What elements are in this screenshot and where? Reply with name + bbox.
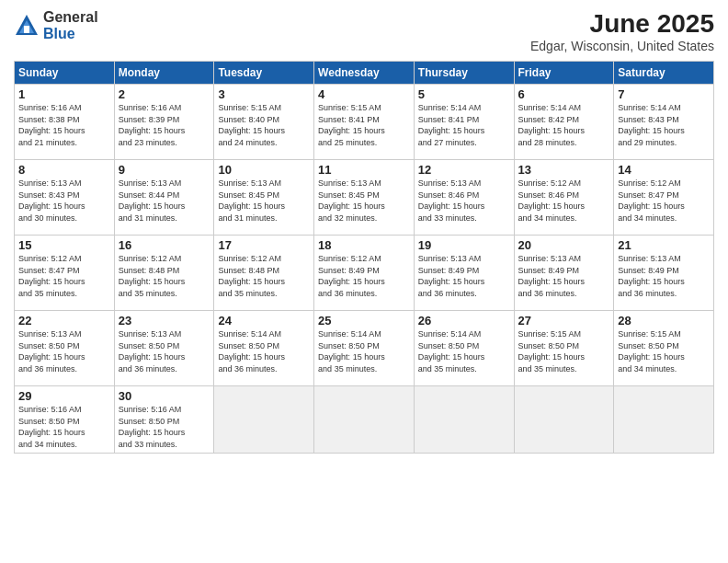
day-number: 29 [18, 389, 110, 403]
day-info: Sunrise: 5:12 AM Sunset: 8:48 PM Dayligh… [218, 253, 310, 299]
day-info: Sunrise: 5:13 AM Sunset: 8:50 PM Dayligh… [119, 328, 210, 374]
day-cell: 29Sunrise: 5:16 AM Sunset: 8:50 PM Dayli… [15, 386, 115, 454]
day-cell: 1Sunrise: 5:16 AM Sunset: 8:38 PM Daylig… [15, 85, 115, 160]
header-cell-friday: Friday [514, 62, 614, 85]
day-number: 9 [119, 163, 210, 177]
day-cell [214, 386, 314, 454]
day-info: Sunrise: 5:14 AM Sunset: 8:50 PM Dayligh… [318, 328, 410, 374]
day-cell: 26Sunrise: 5:14 AM Sunset: 8:50 PM Dayli… [414, 311, 514, 386]
day-info: Sunrise: 5:13 AM Sunset: 8:45 PM Dayligh… [218, 178, 310, 224]
week-row-2: 8Sunrise: 5:13 AM Sunset: 8:43 PM Daylig… [15, 160, 714, 236]
day-info: Sunrise: 5:16 AM Sunset: 8:50 PM Dayligh… [18, 404, 110, 450]
day-number: 1 [18, 87, 110, 101]
day-number: 3 [218, 87, 310, 101]
day-cell: 28Sunrise: 5:15 AM Sunset: 8:50 PM Dayli… [614, 311, 714, 386]
week-row-3: 15Sunrise: 5:12 AM Sunset: 8:47 PM Dayli… [15, 236, 714, 311]
day-number: 20 [518, 238, 610, 252]
day-number: 25 [318, 314, 410, 327]
day-cell [414, 386, 514, 454]
day-info: Sunrise: 5:15 AM Sunset: 8:50 PM Dayligh… [618, 328, 710, 374]
header-cell-saturday: Saturday [614, 62, 714, 85]
day-info: Sunrise: 5:12 AM Sunset: 8:47 PM Dayligh… [18, 253, 110, 299]
calendar-header: SundayMondayTuesdayWednesdayThursdayFrid… [15, 62, 714, 85]
day-number: 28 [618, 314, 710, 327]
day-number: 16 [119, 238, 210, 252]
day-number: 14 [618, 163, 710, 177]
day-number: 18 [318, 238, 410, 252]
day-number: 8 [18, 163, 110, 177]
day-number: 12 [418, 163, 510, 177]
svg-rect-2 [24, 26, 29, 33]
day-info: Sunrise: 5:12 AM Sunset: 8:48 PM Dayligh… [119, 253, 210, 299]
day-number: 7 [618, 87, 710, 101]
day-cell: 5Sunrise: 5:14 AM Sunset: 8:41 PM Daylig… [414, 85, 514, 160]
logo: General Blue [14, 9, 98, 41]
week-row-5: 29Sunrise: 5:16 AM Sunset: 8:50 PM Dayli… [15, 386, 714, 454]
day-cell [314, 386, 415, 454]
day-number: 19 [418, 238, 510, 252]
day-number: 10 [218, 163, 310, 177]
day-number: 30 [119, 389, 210, 403]
header: General Blue June 2025 Edgar, Wisconsin,… [14, 9, 714, 53]
day-cell: 23Sunrise: 5:13 AM Sunset: 8:50 PM Dayli… [114, 311, 214, 386]
day-number: 22 [18, 314, 110, 327]
day-cell: 21Sunrise: 5:13 AM Sunset: 8:49 PM Dayli… [614, 236, 714, 311]
calendar-body: 1Sunrise: 5:16 AM Sunset: 8:38 PM Daylig… [15, 85, 714, 454]
day-info: Sunrise: 5:15 AM Sunset: 8:40 PM Dayligh… [218, 102, 310, 148]
day-cell: 9Sunrise: 5:13 AM Sunset: 8:44 PM Daylig… [114, 160, 214, 236]
day-number: 23 [119, 314, 210, 327]
day-info: Sunrise: 5:13 AM Sunset: 8:49 PM Dayligh… [418, 253, 510, 299]
page: General Blue June 2025 Edgar, Wisconsin,… [0, 0, 728, 563]
day-info: Sunrise: 5:12 AM Sunset: 8:47 PM Dayligh… [618, 178, 710, 224]
logo-blue-label: Blue [43, 26, 98, 42]
day-cell: 13Sunrise: 5:12 AM Sunset: 8:46 PM Dayli… [514, 160, 614, 236]
header-cell-monday: Monday [114, 62, 214, 85]
logo-icon [14, 13, 40, 39]
day-info: Sunrise: 5:13 AM Sunset: 8:46 PM Dayligh… [418, 178, 510, 224]
day-number: 26 [418, 314, 510, 327]
day-cell: 10Sunrise: 5:13 AM Sunset: 8:45 PM Dayli… [214, 160, 314, 236]
day-info: Sunrise: 5:13 AM Sunset: 8:49 PM Dayligh… [518, 253, 610, 299]
day-info: Sunrise: 5:16 AM Sunset: 8:39 PM Dayligh… [119, 102, 210, 148]
header-cell-thursday: Thursday [414, 62, 514, 85]
day-cell [514, 386, 614, 454]
day-number: 21 [618, 238, 710, 252]
day-info: Sunrise: 5:14 AM Sunset: 8:42 PM Dayligh… [518, 102, 610, 148]
main-title: June 2025 [530, 9, 714, 39]
day-cell: 12Sunrise: 5:13 AM Sunset: 8:46 PM Dayli… [414, 160, 514, 236]
day-cell: 17Sunrise: 5:12 AM Sunset: 8:48 PM Dayli… [214, 236, 314, 311]
day-info: Sunrise: 5:15 AM Sunset: 8:41 PM Dayligh… [318, 102, 410, 148]
day-cell: 18Sunrise: 5:12 AM Sunset: 8:49 PM Dayli… [314, 236, 415, 311]
day-info: Sunrise: 5:12 AM Sunset: 8:46 PM Dayligh… [518, 178, 610, 224]
day-info: Sunrise: 5:16 AM Sunset: 8:38 PM Dayligh… [18, 102, 110, 148]
day-cell: 11Sunrise: 5:13 AM Sunset: 8:45 PM Dayli… [314, 160, 415, 236]
day-info: Sunrise: 5:13 AM Sunset: 8:50 PM Dayligh… [18, 328, 110, 374]
day-cell: 20Sunrise: 5:13 AM Sunset: 8:49 PM Dayli… [514, 236, 614, 311]
day-cell: 30Sunrise: 5:16 AM Sunset: 8:50 PM Dayli… [114, 386, 214, 454]
logo-text: General Blue [43, 9, 98, 41]
day-info: Sunrise: 5:14 AM Sunset: 8:50 PM Dayligh… [218, 328, 310, 374]
day-cell: 25Sunrise: 5:14 AM Sunset: 8:50 PM Dayli… [314, 311, 415, 386]
day-info: Sunrise: 5:13 AM Sunset: 8:44 PM Dayligh… [119, 178, 210, 224]
day-cell: 19Sunrise: 5:13 AM Sunset: 8:49 PM Dayli… [414, 236, 514, 311]
day-number: 11 [318, 163, 410, 177]
day-number: 13 [518, 163, 610, 177]
day-number: 27 [518, 314, 610, 327]
week-row-1: 1Sunrise: 5:16 AM Sunset: 8:38 PM Daylig… [15, 85, 714, 160]
day-info: Sunrise: 5:14 AM Sunset: 8:41 PM Dayligh… [418, 102, 510, 148]
day-number: 15 [18, 238, 110, 252]
day-cell: 8Sunrise: 5:13 AM Sunset: 8:43 PM Daylig… [15, 160, 115, 236]
day-info: Sunrise: 5:13 AM Sunset: 8:49 PM Dayligh… [618, 253, 710, 299]
day-number: 6 [518, 87, 610, 101]
header-cell-tuesday: Tuesday [214, 62, 314, 85]
day-number: 2 [119, 87, 210, 101]
subtitle: Edgar, Wisconsin, United States [530, 39, 714, 53]
day-info: Sunrise: 5:15 AM Sunset: 8:50 PM Dayligh… [518, 328, 610, 374]
day-number: 24 [218, 314, 310, 327]
day-cell: 22Sunrise: 5:13 AM Sunset: 8:50 PM Dayli… [15, 311, 115, 386]
week-row-4: 22Sunrise: 5:13 AM Sunset: 8:50 PM Dayli… [15, 311, 714, 386]
day-cell: 16Sunrise: 5:12 AM Sunset: 8:48 PM Dayli… [114, 236, 214, 311]
day-info: Sunrise: 5:16 AM Sunset: 8:50 PM Dayligh… [119, 404, 210, 450]
day-cell: 15Sunrise: 5:12 AM Sunset: 8:47 PM Dayli… [15, 236, 115, 311]
day-info: Sunrise: 5:14 AM Sunset: 8:43 PM Dayligh… [618, 102, 710, 148]
